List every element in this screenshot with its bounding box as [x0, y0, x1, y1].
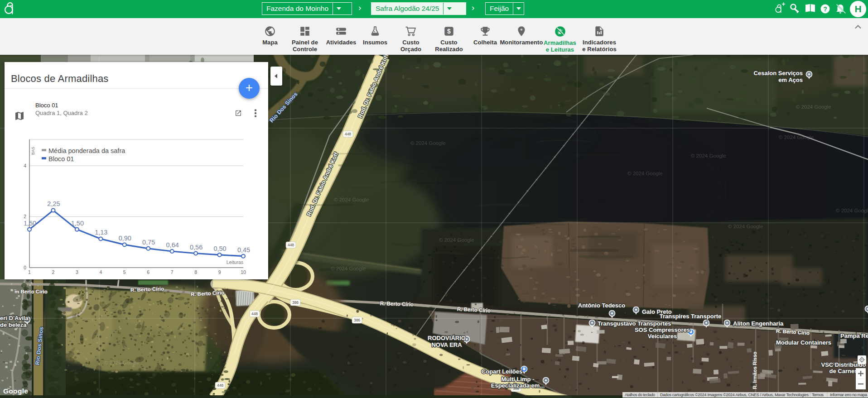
svg-text:8: 8	[194, 269, 197, 275]
svg-text:Termos: Termos	[812, 393, 824, 397]
svg-text:Transpires Transporte: Transpires Transporte	[660, 313, 722, 320]
svg-text:© 2024 Google: © 2024 Google	[836, 208, 868, 213]
svg-text:NOVA ERA: NOVA ERA	[431, 341, 462, 348]
svg-text:386: 386	[354, 318, 360, 322]
svg-text:?: ?	[823, 5, 827, 13]
svg-text:de Carnes: de Carnes	[829, 368, 858, 374]
svg-text:5: 5	[123, 269, 126, 275]
svg-text:Veículares: Veículares	[648, 333, 677, 340]
svg-text:Informar erro no mapa: Informar erro no mapa	[830, 393, 867, 397]
svg-text:em Aços: em Aços	[778, 77, 803, 83]
svg-text:R. Irmãos Risso: R. Irmãos Risso	[752, 351, 757, 389]
svg-text:0,50: 0,50	[213, 245, 226, 252]
svg-text:eri D'Avila: eri D'Avila	[0, 315, 29, 321]
svg-text:4: 4	[24, 163, 26, 168]
svg-text:© 2024 Google: © 2024 Google	[334, 197, 369, 202]
svg-text:© 2024 Google: © 2024 Google	[104, 360, 140, 365]
svg-text:1,50: 1,50	[24, 220, 36, 227]
svg-text:SOS Compressores: SOS Compressores	[635, 326, 690, 333]
svg-text:Pampa Req: Pampa Req	[840, 332, 868, 339]
svg-text:4: 4	[99, 269, 102, 275]
svg-text:© 2024 Google: © 2024 Google	[439, 237, 474, 243]
svg-text:448: 448	[251, 312, 258, 316]
svg-text:$: $	[447, 28, 451, 35]
svg-text:Antônio Tedesco: Antônio Tedesco	[578, 302, 626, 309]
svg-text:1,50: 1,50	[71, 220, 84, 227]
svg-text:Copart Leilões: Copart Leilões	[482, 368, 522, 375]
svg-text:386: 386	[292, 300, 299, 305]
svg-text:Dados cartográficos ©2024 Imag: Dados cartográficos ©2024 Imagens ©2024 …	[660, 393, 809, 397]
svg-text:0,75: 0,75	[142, 239, 155, 246]
svg-text:Aliton Engenharia: Aliton Engenharia	[733, 320, 784, 327]
svg-text:© 2024 Google: © 2024 Google	[796, 104, 831, 110]
svg-text:Multi Limp -: Multi Limp -	[502, 376, 535, 383]
svg-text:3: 3	[76, 269, 78, 275]
svg-text:1,13: 1,13	[95, 229, 107, 236]
svg-text:0,56: 0,56	[190, 244, 203, 251]
svg-text:BAS: BAS	[31, 147, 35, 155]
svg-text:© 2024 Google: © 2024 Google	[779, 134, 814, 140]
svg-text:© 2024 Google: © 2024 Google	[331, 266, 366, 271]
svg-text:Transgustavo Transportes: Transgustavo Transportes	[598, 320, 671, 327]
svg-text:9: 9	[218, 269, 221, 275]
svg-text:Cesalon Serviços: Cesalon Serviços	[754, 70, 803, 77]
svg-text:© 2024 Google: © 2024 Google	[627, 171, 663, 176]
svg-text:2: 2	[24, 214, 26, 219]
svg-text:448: 448	[288, 243, 294, 247]
svg-text:RODOVIÁRIO: RODOVIÁRIO	[428, 335, 466, 341]
svg-text:7: 7	[171, 269, 174, 275]
svg-text:m Berto Círio: m Berto Círio	[14, 289, 48, 294]
svg-text:10: 10	[241, 269, 246, 275]
svg-text:Atalhos do teclado: Atalhos do teclado	[625, 393, 655, 397]
svg-text:de beleza: de beleza	[0, 321, 27, 328]
svg-text:0,90: 0,90	[119, 235, 131, 242]
svg-text:2,25: 2,25	[47, 200, 60, 207]
svg-text:0,64: 0,64	[166, 241, 179, 249]
svg-text:Especializada em...: Especializada em...	[491, 382, 545, 389]
svg-text:© 2024 Google: © 2024 Google	[728, 224, 763, 229]
svg-text:Leituras: Leituras	[227, 259, 243, 265]
svg-text:0: 0	[24, 265, 26, 270]
svg-text:Bloco 01: Bloco 01	[48, 155, 74, 163]
svg-text:© 2024 Google: © 2024 Google	[410, 140, 446, 146]
svg-text:2: 2	[52, 269, 55, 275]
svg-text:Média ponderada da safra: Média ponderada da safra	[48, 147, 125, 154]
svg-text:1: 1	[28, 269, 31, 275]
svg-text:448: 448	[345, 132, 351, 136]
svg-text:© 2024 Google: © 2024 Google	[691, 153, 726, 158]
svg-text:Modular Containers: Modular Containers	[776, 339, 831, 346]
svg-text:6: 6	[147, 269, 149, 275]
svg-text:0,45: 0,45	[237, 246, 250, 254]
svg-text:Google: Google	[3, 387, 28, 395]
svg-text:448: 448	[217, 383, 223, 388]
